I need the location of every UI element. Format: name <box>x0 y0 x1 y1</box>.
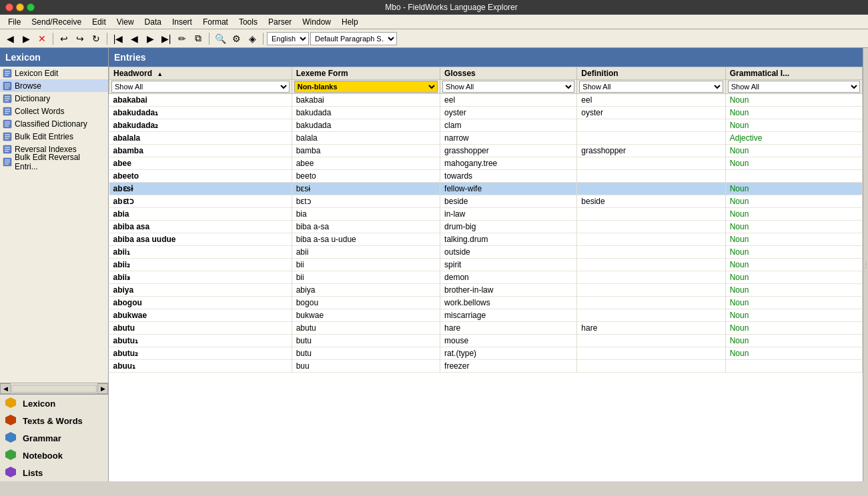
header-headword[interactable]: Headword ▲ <box>109 67 292 80</box>
table-row[interactable]: abogou bogou work.bellows Noun <box>109 297 863 309</box>
duplicate-icon[interactable]: ⧉ <box>191 31 205 46</box>
redo-icon[interactable]: ↪ <box>73 31 87 46</box>
sidebar-item-4[interactable]: Classified Dictionary <box>0 117 108 130</box>
filter-lexeme-cell: Non-blanks <box>292 80 440 94</box>
header-lexeme[interactable]: Lexeme Form <box>292 67 440 80</box>
nav-prev-icon[interactable]: ◀ <box>127 31 141 46</box>
filter-row: Show All Non-blanks Show All <box>109 80 863 94</box>
table-row[interactable]: abutu₁ butu mouse Noun <box>109 335 863 347</box>
table-row[interactable]: abakudada₂ bakudada clam Noun <box>109 119 863 132</box>
cell-definition-20 <box>577 347 725 360</box>
table-row[interactable]: abiba asa uudue biba a-sa u-udue talking… <box>109 233 863 246</box>
sidebar-label-2: Dictionary <box>15 94 50 103</box>
cell-glosses-2: clam <box>440 119 577 132</box>
cell-glosses-7: fellow-wife <box>440 183 577 195</box>
nav-first-icon[interactable]: |◀ <box>111 31 125 46</box>
back-icon[interactable]: ◀ <box>3 31 17 46</box>
find-icon[interactable]: 🔍 <box>213 31 228 46</box>
table-row[interactable]: abutu₂ butu rat.(type) Noun <box>109 347 863 360</box>
bottom-nav-item-lists[interactable]: Lists <box>0 464 108 481</box>
menu-item-view[interactable]: View <box>111 16 139 28</box>
close-icon[interactable]: ✕ <box>35 31 49 46</box>
table-row[interactable]: abɛsɨ bɛsɨ fellow-wife Noun <box>109 183 863 195</box>
table-row[interactable]: abeeto beeto towards <box>109 170 863 183</box>
header-glosses[interactable]: Glosses <box>440 67 577 80</box>
menu-item-send-receive[interactable]: Send/Receive <box>26 16 87 28</box>
table-row[interactable]: abalala balala narrow Adjective <box>109 132 863 145</box>
filter-glosses[interactable]: Show All <box>442 81 574 93</box>
sidebar-item-5[interactable]: Bulk Edit Entries <box>0 130 108 143</box>
header-grammatical[interactable]: Grammatical I... <box>725 67 862 80</box>
cell-headword-13: abii₂ <box>109 259 292 271</box>
paragraph-combo[interactable]: Default Paragraph S... <box>310 32 397 45</box>
resize-handle[interactable]: ⋮ <box>863 48 868 481</box>
cell-headword-16: abogou <box>109 297 292 309</box>
language-combo[interactable]: English <box>267 32 309 45</box>
table-row[interactable]: abiba asa biba a-sa drum-big Noun <box>109 221 863 233</box>
bottom-nav-item-lexicon[interactable]: Lexicon <box>0 395 108 412</box>
sidebar-item-3[interactable]: Collect Words <box>0 105 108 117</box>
filter-headword[interactable]: Show All <box>111 81 290 93</box>
menu-item-file[interactable]: File <box>3 16 26 28</box>
menu-item-help[interactable]: Help <box>336 16 364 28</box>
menu-item-parser[interactable]: Parser <box>263 16 297 28</box>
table-row[interactable]: abii₁ abii outside Noun <box>109 246 863 259</box>
cell-lexeme-6: beeto <box>292 170 440 183</box>
table-row[interactable]: abiya abiya brother-in-law Noun <box>109 284 863 297</box>
undo-icon[interactable]: ↩ <box>57 31 71 46</box>
sidebar-item-2[interactable]: Dictionary <box>0 92 108 105</box>
refresh-icon[interactable]: ↻ <box>89 31 103 46</box>
table-row[interactable]: abakabai bakabai eel eel Noun <box>109 94 863 107</box>
table-row[interactable]: abukwae bukwae miscarriage Noun <box>109 309 863 322</box>
sidebar-scrollbar[interactable]: ◀ ▶ <box>0 383 108 393</box>
window-controls[interactable] <box>5 3 35 11</box>
table-row[interactable]: abutu abutu hare hare Noun <box>109 322 863 335</box>
entries-table[interactable]: Headword ▲ Lexeme Form Glosses Definitio… <box>109 67 863 481</box>
sidebar-item-1[interactable]: Browse <box>0 79 108 92</box>
forward-icon[interactable]: ▶ <box>19 31 33 46</box>
table-row[interactable]: abia bia in-law Noun <box>109 208 863 221</box>
filter2-icon[interactable]: ◈ <box>245 31 260 46</box>
cell-headword-4: abamba <box>109 145 292 157</box>
scroll-left-button[interactable]: ◀ <box>0 383 11 394</box>
table-row[interactable]: abakudada₁ bakudada oyster oyster Noun <box>109 107 863 119</box>
maximize-button[interactable] <box>27 3 35 11</box>
cell-grammatical-8: Noun <box>725 195 862 208</box>
sidebar-item-0[interactable]: Lexicon Edit <box>0 67 108 79</box>
minimize-button[interactable] <box>16 3 24 11</box>
table-row[interactable]: abuu₁ buu freezer <box>109 360 863 373</box>
filter-lexeme[interactable]: Non-blanks <box>294 81 438 93</box>
header-definition[interactable]: Definition <box>577 67 725 80</box>
scrollbar-track[interactable] <box>11 385 97 393</box>
table-row[interactable]: abii₃ bii demon Noun <box>109 271 863 284</box>
close-button[interactable] <box>5 3 13 11</box>
menu-item-tools[interactable]: Tools <box>234 16 263 28</box>
menu-item-window[interactable]: Window <box>297 16 336 28</box>
sidebar-header: Lexicon <box>0 48 108 67</box>
nav-next-icon[interactable]: ▶ <box>143 31 157 46</box>
edit-icon[interactable]: ✏ <box>175 31 189 46</box>
table-row[interactable]: abii₂ bii spirit Noun <box>109 259 863 271</box>
filter-definition[interactable]: Show All <box>579 81 723 93</box>
cell-headword-12: abii₁ <box>109 246 292 259</box>
menu-item-edit[interactable]: Edit <box>87 16 111 28</box>
filter-icon[interactable]: ⚙ <box>229 31 244 46</box>
table-row[interactable]: abɛtɔ bɛtɔ beside beside Noun <box>109 195 863 208</box>
table-row[interactable]: abamba bamba grasshopper grasshopper Nou… <box>109 145 863 157</box>
nav-last-icon[interactable]: ▶| <box>159 31 173 46</box>
menu-item-data[interactable]: Data <box>139 16 167 28</box>
menu-item-format[interactable]: Format <box>197 16 234 28</box>
bottom-nav-item-texts-&-words[interactable]: Texts & Words <box>0 412 108 429</box>
bottom-nav-item-notebook[interactable]: Notebook <box>0 447 108 464</box>
table-row[interactable]: abee abee mahogany.tree Noun <box>109 157 863 170</box>
cell-glosses-17: miscarriage <box>440 309 577 322</box>
sidebar-item-7[interactable]: Bulk Edit Reversal Entri... <box>0 155 108 168</box>
content-area: Entries Headword ▲ Lexeme Form Glosses <box>109 48 863 481</box>
sidebar-scroll[interactable]: Lexicon Edit Browse Dictionary <box>0 67 108 383</box>
bottom-nav-item-grammar[interactable]: Grammar <box>0 429 108 447</box>
cell-grammatical-10: Noun <box>725 221 862 233</box>
scroll-right-button[interactable]: ▶ <box>97 383 108 394</box>
menu-item-insert[interactable]: Insert <box>167 16 197 28</box>
cell-lexeme-9: bia <box>292 208 440 221</box>
filter-grammatical[interactable]: Show All <box>728 81 860 93</box>
